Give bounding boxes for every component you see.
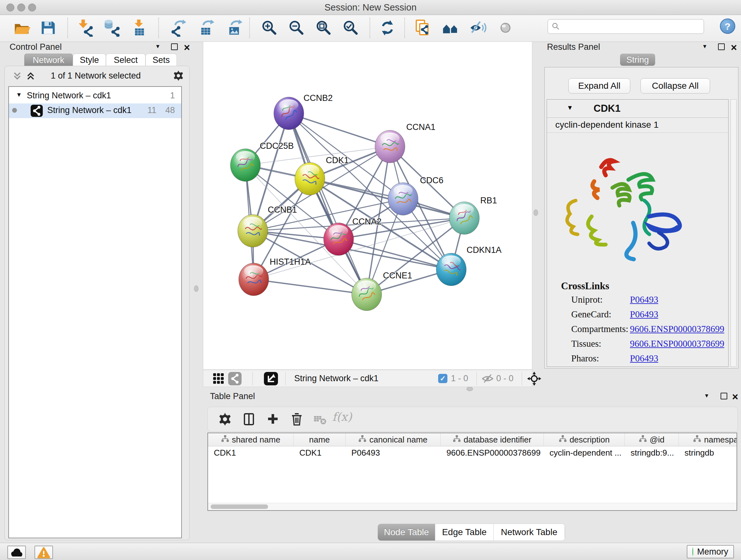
network-collection-row[interactable]: ▼ String Network – cdk1 1	[9, 89, 181, 104]
zoom-fit-icon[interactable]	[315, 19, 333, 37]
collapse-section-icon[interactable]: ▼	[567, 104, 573, 111]
tree-expand-icon[interactable]: ▼	[16, 91, 22, 98]
column-header-namespace[interactable]: namespace	[679, 433, 737, 446]
tab-style[interactable]: Style	[73, 54, 106, 66]
network-node-CDC6[interactable]	[388, 183, 418, 215]
panel-float-icon[interactable]	[718, 44, 725, 51]
hide-selected-icon[interactable]	[469, 19, 487, 37]
column-header-shared-name[interactable]: shared name	[208, 433, 293, 446]
cell-description[interactable]: cyclin-dependent ...	[544, 446, 625, 459]
refresh-view-icon[interactable]	[379, 19, 396, 37]
import-table-icon[interactable]	[130, 19, 148, 37]
string-view-icon[interactable]	[228, 372, 242, 385]
delete-column-icon[interactable]	[288, 411, 305, 428]
cell-canonical-name[interactable]: P06493	[346, 446, 441, 459]
collapse-all-button[interactable]: Collapse All	[641, 78, 710, 94]
new-network-from-selection-icon[interactable]	[414, 19, 432, 37]
expand-all-button[interactable]: Expand All	[568, 78, 630, 94]
tab-select[interactable]: Select	[106, 54, 145, 66]
panel-close-icon[interactable]: ×	[184, 44, 190, 51]
panel-menu-icon[interactable]: ▼	[704, 393, 710, 399]
network-node-CDKN1A[interactable]	[436, 253, 466, 286]
network-node-HIST1H1A[interactable]	[239, 263, 269, 296]
network-node-CCNE1[interactable]	[352, 278, 382, 311]
warning-button[interactable]	[35, 546, 53, 559]
table-hscrollbar[interactable]	[208, 503, 737, 510]
export-image-icon[interactable]	[226, 19, 245, 37]
network-selection-status: 1 of 1 Network selected	[22, 71, 169, 81]
zoom-selected-icon[interactable]	[342, 19, 360, 37]
panel-close-icon[interactable]: ×	[731, 44, 737, 51]
network-row-selected[interactable]: String Network – cdk1 11 48	[9, 104, 181, 118]
table-row[interactable]: CDK1CDK1P064939606.ENSP00000378699cyclin…	[208, 446, 737, 459]
zoom-in-icon[interactable]	[260, 19, 278, 37]
right-splitter-handle[interactable]	[534, 209, 538, 216]
column-header-canonical-name[interactable]: canonical name	[346, 433, 441, 446]
birds-eye-view-icon[interactable]	[527, 371, 542, 387]
cell-name[interactable]: CDK1	[293, 446, 346, 459]
grid-view-icon[interactable]	[212, 373, 225, 386]
tab-edge-table[interactable]: Edge Table	[435, 524, 494, 541]
import-database-icon[interactable]	[103, 19, 121, 37]
left-splitter-handle[interactable]	[194, 286, 199, 292]
tab-node-table[interactable]: Node Table	[378, 524, 435, 541]
panel-menu-icon[interactable]: ▼	[702, 44, 708, 50]
export-table-icon[interactable]	[199, 19, 216, 37]
gene-section-header[interactable]: ▼ CDK1	[547, 100, 728, 118]
crosslink-link[interactable]: 9606.ENSP00000378699	[630, 324, 724, 334]
table-settings-gear-icon[interactable]	[217, 411, 233, 428]
collapse-all-icon[interactable]	[12, 71, 22, 82]
column-header-database-identifier[interactable]: database identifier	[441, 433, 544, 446]
crosslink-link[interactable]: P06493	[630, 309, 658, 320]
network-node-CCNB1[interactable]	[238, 214, 268, 247]
tab-network[interactable]: Network	[24, 54, 73, 66]
tab-sets[interactable]: Sets	[145, 54, 177, 66]
add-column-icon[interactable]	[265, 411, 281, 428]
show-columns-icon[interactable]	[241, 411, 257, 428]
cell-namespace[interactable]: stringdb	[679, 446, 737, 459]
column-header-description[interactable]: description	[544, 433, 625, 446]
hscrollbar-thumb[interactable]	[211, 504, 268, 509]
column-header-@id[interactable]: @id	[625, 433, 679, 446]
network-node-CDK1[interactable]	[295, 163, 325, 195]
network-label: String Network – cdk1	[47, 105, 131, 115]
selected-checkbox-icon[interactable]: ✓	[438, 374, 448, 383]
hidden-eye-icon[interactable]	[482, 373, 494, 385]
show-graphics-icon[interactable]	[496, 19, 515, 37]
search-input[interactable]	[548, 19, 704, 34]
open-session-icon[interactable]	[13, 19, 30, 37]
export-network-icon[interactable]	[171, 19, 188, 37]
network-node-CCNB2[interactable]	[274, 97, 304, 130]
cloud-button[interactable]	[7, 546, 26, 559]
crosslink-link[interactable]: P06493	[630, 353, 658, 364]
crosslink-link[interactable]: 9606.ENSP00000378699	[630, 338, 724, 349]
help-button[interactable]: ?	[720, 18, 735, 34]
cell-database-identifier[interactable]: 9606.ENSP00000378699	[441, 446, 544, 459]
panel-menu-icon[interactable]: ▼	[155, 44, 160, 50]
results-scrollbar[interactable]	[731, 99, 737, 367]
network-canvas[interactable]: CCNB2CCNA1CDC25BCDK1CDC6RB1CCNB1CCNA2CDK…	[203, 42, 532, 370]
network-view-title: String Network – cdk1	[294, 374, 379, 383]
save-session-icon[interactable]	[39, 19, 57, 37]
network-node-CDC25B[interactable]	[230, 149, 260, 181]
tab-string[interactable]: String	[620, 54, 655, 66]
crosslink-link[interactable]: P06493	[630, 294, 658, 305]
cell-shared-name[interactable]: CDK1	[208, 446, 293, 459]
first-neighbors-icon[interactable]	[442, 19, 460, 37]
panel-float-icon[interactable]	[721, 393, 727, 401]
zoom-out-icon[interactable]	[287, 19, 306, 37]
cell-@id[interactable]: stringdb:9...	[625, 446, 679, 459]
export-view-icon[interactable]	[264, 372, 278, 385]
application-window: Session: New Session	[0, 0, 741, 560]
import-network-icon[interactable]	[76, 19, 94, 37]
gear-icon[interactable]	[172, 69, 185, 84]
panel-close-icon[interactable]: ×	[732, 394, 738, 400]
column-header-name[interactable]: name	[293, 433, 346, 446]
memory-button[interactable]: Memory	[687, 545, 734, 558]
network-node-CCNA2[interactable]	[324, 223, 354, 255]
column-label: name	[309, 435, 330, 445]
panel-float-icon[interactable]	[171, 44, 178, 51]
tab-network-table[interactable]: Network Table	[494, 524, 565, 541]
network-node-CCNA1[interactable]	[375, 130, 405, 163]
network-node-RB1[interactable]	[449, 202, 479, 234]
